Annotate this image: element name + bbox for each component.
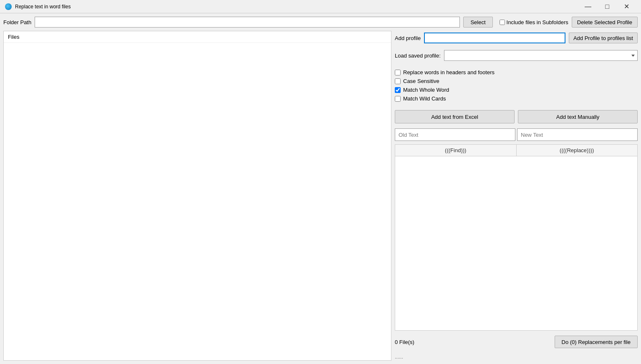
subfolders-checkbox[interactable]	[500, 20, 505, 25]
add-profile-row: Add profile Add Profile to profiles list	[395, 31, 638, 45]
right-panel: Add profile Add Profile to profiles list…	[395, 31, 638, 361]
load-profile-label: Load saved profile:	[395, 53, 441, 59]
title-bar-text: Replace text in word files	[15, 4, 578, 10]
body-row: Files Add profile Add Profile to profile…	[3, 31, 638, 361]
match-wild-cards-checkbox[interactable]	[395, 96, 401, 102]
minimize-button[interactable]: —	[578, 0, 598, 13]
case-sensitive-label[interactable]: Case Sensitive	[403, 78, 439, 84]
match-wild-cards-label[interactable]: Match Wild Cards	[403, 95, 446, 102]
add-manually-button[interactable]: Add text Manually	[518, 110, 638, 123]
add-from-excel-button[interactable]: Add text from Excel	[395, 110, 515, 123]
select-button[interactable]: Select	[463, 17, 492, 28]
do-replacements-button[interactable]: Do (0) Replacements per file	[555, 336, 638, 348]
action-buttons-row: Add text from Excel Add text Manually	[395, 108, 638, 125]
bottom-bar: 0 File(s) Do (0) Replacements per file	[395, 334, 638, 350]
checkboxes-section: Replace words in headers and footers Cas…	[395, 66, 638, 105]
old-text-input[interactable]	[395, 128, 515, 141]
headers-label[interactable]: Replace words in headers and footers	[403, 69, 495, 75]
headers-checkbox[interactable]	[395, 70, 401, 75]
text-inputs-row	[395, 128, 638, 141]
replace-header-cell: ((((Replace))))	[517, 145, 638, 156]
match-whole-word-checkbox[interactable]	[395, 87, 401, 93]
app-icon	[5, 3, 12, 10]
files-panel-body	[4, 43, 391, 360]
subfolders-checkbox-wrap: Include files in Subfolders	[500, 19, 568, 25]
load-profile-row: Load saved profile:	[395, 48, 638, 63]
close-button[interactable]: ✕	[617, 0, 636, 13]
file-count-text: 0 File(s)	[395, 339, 414, 345]
replacements-body	[395, 156, 637, 330]
title-bar-controls: — □ ✕	[578, 0, 636, 13]
find-header-cell: (((Find)))	[395, 145, 517, 156]
top-bar: Folder Path Select Include files in Subf…	[3, 17, 638, 28]
dots-text: ......	[395, 353, 638, 361]
case-sensitive-checkbox[interactable]	[395, 78, 401, 84]
load-profile-select[interactable]	[444, 50, 638, 61]
files-panel: Files	[3, 31, 391, 361]
checkbox-row-whole-word: Match Whole Word	[395, 87, 638, 93]
new-text-input[interactable]	[517, 128, 638, 141]
title-bar: Replace text in word files — □ ✕	[0, 0, 641, 13]
add-profile-button[interactable]: Add Profile to profiles list	[569, 33, 638, 43]
replacements-table: (((Find))) ((((Replace))))	[395, 144, 638, 331]
folder-path-label: Folder Path	[3, 19, 31, 25]
main-content: Folder Path Select Include files in Subf…	[0, 13, 641, 364]
checkbox-row-wild-cards: Match Wild Cards	[395, 95, 638, 102]
replacements-header: (((Find))) ((((Replace))))	[395, 145, 637, 156]
add-profile-input[interactable]	[424, 33, 565, 43]
match-whole-word-label[interactable]: Match Whole Word	[403, 87, 449, 93]
delete-profile-button[interactable]: Delete Selected Profile	[572, 17, 638, 28]
checkbox-row-headers: Replace words in headers and footers	[395, 69, 638, 75]
checkbox-row-case: Case Sensitive	[395, 78, 638, 84]
subfolders-label[interactable]: Include files in Subfolders	[507, 19, 568, 25]
files-panel-header: Files	[4, 31, 391, 43]
maximize-button[interactable]: □	[598, 0, 617, 13]
folder-path-input[interactable]	[35, 17, 460, 28]
add-profile-label: Add profile	[395, 35, 421, 41]
